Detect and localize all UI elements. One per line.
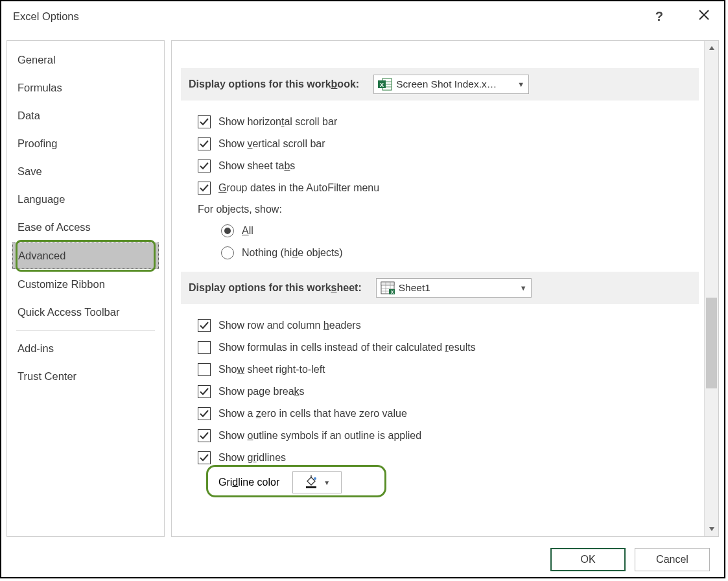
checkbox-horizontal-scroll[interactable]: Show horizontal scroll bar: [198, 111, 699, 133]
sidebar-item-label: Save: [18, 165, 42, 177]
gridline-color-row: Gridline color ▼: [198, 469, 699, 496]
checkbox-label: Show page breaks: [218, 386, 305, 397]
sidebar-item-proofing[interactable]: Proofing: [7, 130, 164, 158]
radio-all[interactable]: All: [221, 220, 699, 242]
checkbox-label: Show sheet tabs: [218, 160, 295, 172]
gridline-color-picker[interactable]: ▼: [292, 471, 342, 493]
vertical-scrollbar[interactable]: [704, 41, 718, 536]
chevron-down-icon: ▼: [520, 284, 527, 292]
checkbox-icon: [198, 385, 211, 398]
svg-rect-15: [306, 486, 316, 488]
sidebar-item-general[interactable]: General: [7, 46, 164, 74]
fill-color-icon: [304, 474, 318, 491]
sidebar-item-label: General: [18, 54, 56, 65]
svg-text:X: X: [380, 82, 384, 88]
checkbox-label: Show row and column headers: [218, 320, 361, 331]
combo-value: Screen Shot Index.x…: [396, 78, 497, 90]
checkbox-label: Show outline symbols if an outline is ap…: [218, 430, 421, 442]
excel-file-icon: X: [378, 78, 392, 91]
checkbox-formulas[interactable]: Show formulas in cells instead of their …: [198, 337, 699, 359]
scroll-thumb[interactable]: [706, 298, 717, 388]
sidebar-item-formulas[interactable]: Formulas: [7, 74, 164, 102]
chevron-down-icon: ▼: [323, 479, 330, 486]
checkbox-rtl[interactable]: Show sheet right-to-left: [198, 359, 699, 381]
sidebar-item-label: Add-ins: [18, 342, 54, 354]
sidebar: General Formulas Data Proofing Save Lang…: [6, 40, 165, 537]
close-icon[interactable]: [698, 9, 710, 23]
checkbox-icon: [198, 115, 211, 128]
combo-value: Sheet1: [399, 282, 430, 294]
scroll-up-icon[interactable]: [705, 41, 718, 55]
section-worksheet-header: Display options for this worksheet: X Sh…: [181, 272, 699, 304]
sidebar-item-save[interactable]: Save: [7, 158, 164, 185]
sidebar-divider: [16, 330, 155, 331]
objects-label: For objects, show:: [198, 199, 699, 220]
radio-icon: [221, 224, 234, 237]
checkbox-icon: [198, 182, 211, 195]
radio-label: All: [242, 225, 253, 237]
checkbox-zero[interactable]: Show a zero in cells that have zero valu…: [198, 403, 699, 425]
checkbox-icon: [198, 160, 211, 172]
worksheet-combo[interactable]: X Sheet1 ▼: [376, 278, 532, 298]
radio-icon: [221, 246, 234, 259]
sidebar-item-label: Ease of Access: [18, 221, 91, 233]
worksheet-options: Show row and column headers Show formula…: [181, 314, 699, 496]
checkbox-vertical-scroll[interactable]: Show vertical scroll bar: [198, 133, 699, 155]
section-title: Display options for this worksheet:: [189, 282, 362, 294]
svg-point-14: [314, 477, 316, 480]
sidebar-item-label: Customize Ribbon: [18, 278, 105, 290]
sidebar-item-label: Proofing: [18, 137, 57, 149]
dialog-footer: OK Cancel: [1, 542, 724, 577]
section-title: Display options for this workbook:: [189, 78, 359, 90]
sidebar-item-advanced[interactable]: Advanced: [12, 243, 159, 269]
sidebar-item-data[interactable]: Data: [7, 102, 164, 130]
worksheet-icon: X: [381, 281, 395, 294]
checkbox-headers[interactable]: Show row and column headers: [198, 314, 699, 337]
checkbox-icon: [198, 341, 211, 354]
titlebar: Excel Options ?: [1, 1, 724, 31]
gridline-color-label: Gridline color: [218, 477, 279, 488]
scroll-track[interactable]: [705, 55, 718, 522]
sidebar-item-label: Data: [18, 110, 40, 121]
content-wrapper: Display options for this workbook: X Scr…: [171, 40, 719, 537]
checkbox-icon: [198, 137, 211, 150]
checkbox-icon: [198, 319, 211, 332]
help-icon[interactable]: ?: [655, 9, 663, 24]
sidebar-item-label: Quick Access Toolbar: [18, 306, 119, 318]
sidebar-item-quick-access-toolbar[interactable]: Quick Access Toolbar: [7, 298, 164, 326]
checkbox-icon: [198, 451, 211, 464]
radio-label: Nothing (hide objects): [242, 247, 343, 259]
svg-text:X: X: [390, 290, 393, 294]
checkbox-page-breaks[interactable]: Show page breaks: [198, 381, 699, 403]
sidebar-item-customize-ribbon[interactable]: Customize Ribbon: [7, 270, 164, 298]
chevron-down-icon: ▼: [517, 80, 524, 88]
checkbox-gridlines[interactable]: Show gridlines: [198, 447, 699, 469]
checkbox-sheet-tabs[interactable]: Show sheet tabs: [198, 155, 699, 177]
sidebar-item-label: Advanced: [18, 250, 65, 261]
checkbox-label: Show vertical scroll bar: [218, 138, 325, 150]
titlebar-buttons: ?: [655, 9, 710, 24]
checkbox-label: Show formulas in cells instead of their …: [218, 342, 476, 353]
checkbox-label: Group dates in the AutoFilter menu: [218, 182, 379, 194]
ok-button[interactable]: OK: [550, 548, 626, 571]
workbook-combo[interactable]: X Screen Shot Index.x… ▼: [373, 75, 529, 94]
section-workbook-header: Display options for this workbook: X Scr…: [181, 68, 699, 101]
checkbox-icon: [198, 407, 211, 420]
sidebar-item-language[interactable]: Language: [7, 185, 164, 213]
content-area: Display options for this workbook: X Scr…: [172, 41, 704, 536]
checkbox-icon: [198, 363, 211, 376]
svg-rect-7: [381, 282, 394, 285]
workbook-options: Show horizontal scroll bar Show vertical…: [181, 111, 699, 264]
checkbox-label: Show sheet right-to-left: [218, 364, 325, 375]
checkbox-outline[interactable]: Show outline symbols if an outline is ap…: [198, 425, 699, 447]
radio-nothing[interactable]: Nothing (hide objects): [221, 242, 699, 264]
checkbox-label: Show gridlines: [218, 452, 286, 464]
dialog-body: General Formulas Data Proofing Save Lang…: [1, 31, 724, 542]
scroll-down-icon[interactable]: [705, 522, 718, 536]
cancel-button[interactable]: Cancel: [635, 548, 710, 571]
sidebar-item-trust-center[interactable]: Trust Center: [7, 362, 164, 390]
checkbox-group-dates[interactable]: Group dates in the AutoFilter menu: [198, 177, 699, 199]
sidebar-item-add-ins[interactable]: Add-ins: [7, 335, 164, 362]
sidebar-item-ease-of-access[interactable]: Ease of Access: [7, 213, 164, 241]
sidebar-item-label: Trust Center: [18, 370, 76, 382]
